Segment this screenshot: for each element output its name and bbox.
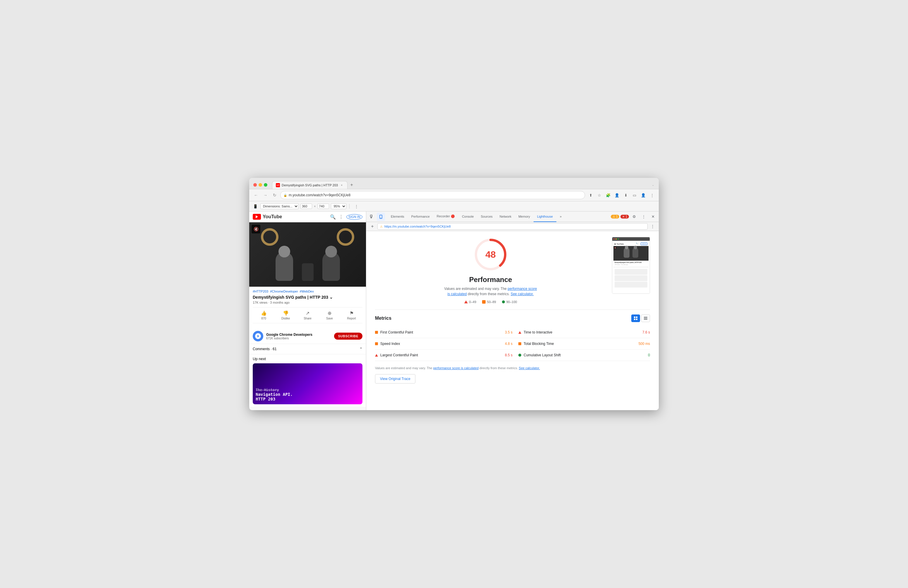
up-next-thumbnail[interactable]: The History Navigation API. HTTP 203 xyxy=(253,363,362,404)
metric-si: Speed Index 4.8 s xyxy=(375,338,512,350)
expand-icon[interactable]: ⌄ xyxy=(329,295,333,300)
svg-rect-0 xyxy=(370,215,372,217)
bottom-perf-link[interactable]: performance score is calculated xyxy=(433,366,478,370)
height-input[interactable] xyxy=(317,204,329,209)
address-bar[interactable]: 🔒 m.youtube.com/watch?v=9qen5CKjUe8 xyxy=(280,191,585,199)
up-next-label: Up next xyxy=(253,357,362,361)
errors-badge[interactable]: ✕ 1 xyxy=(620,215,629,219)
tag-http203[interactable]: #HTTP203 xyxy=(253,290,268,293)
warning-url-icon: ⚠ xyxy=(380,225,383,228)
video-actions: 👍 870 👎 Dislike ↗ Share ⊕ Save xyxy=(253,307,362,323)
window-chevron-icon[interactable]: ⌄ xyxy=(651,183,655,187)
si-value: 4.8 s xyxy=(505,342,512,346)
share-button[interactable]: ↗ Share xyxy=(296,309,319,321)
active-tab[interactable]: YT Demystifyingish SVG paths | HTTP 203 … xyxy=(272,181,348,189)
zoom-selector[interactable]: 95% xyxy=(331,203,346,209)
ss-dot-green xyxy=(618,238,619,240)
comments-expand-icon[interactable]: ⌃ xyxy=(359,347,362,351)
download-icon-button[interactable]: ⬇ xyxy=(622,191,629,199)
save-button[interactable]: ⊕ Save xyxy=(319,309,341,321)
inspect-element-button[interactable] xyxy=(368,213,376,221)
like-button[interactable]: 👍 870 xyxy=(253,309,275,321)
bookmark-icon-button[interactable]: ☆ xyxy=(596,191,603,199)
tti-value: 7.6 s xyxy=(642,330,650,334)
device-toolbar-button[interactable] xyxy=(377,213,385,221)
lcp-indicator xyxy=(375,354,378,357)
fcp-value: 3.5 s xyxy=(505,330,512,334)
tab-more[interactable]: » xyxy=(556,211,565,222)
account-icon[interactable]: SIGN IN xyxy=(346,214,362,220)
svg-rect-8 xyxy=(636,317,638,318)
dislike-button[interactable]: 👎 Dislike xyxy=(275,309,296,321)
channel-name[interactable]: Google Chrome Developers xyxy=(266,333,331,337)
refresh-button[interactable]: ↻ xyxy=(271,191,279,199)
metric-fcp: First Contentful Paint 3.5 s xyxy=(375,327,512,338)
more-icon[interactable]: ⋮ xyxy=(339,214,343,220)
extensions-icon-button[interactable]: 🧩 xyxy=(604,191,612,199)
video-container[interactable]: 🔇 xyxy=(249,222,366,287)
new-tab-button[interactable]: + xyxy=(348,181,356,189)
report-button[interactable]: ⚑ Report xyxy=(341,309,362,321)
more-icon-button[interactable]: ⋮ xyxy=(648,191,656,199)
more-options-button[interactable]: ⋮ xyxy=(353,203,360,210)
close-traffic-light[interactable] xyxy=(253,183,257,187)
tab-recorder[interactable]: Recorder 🔴 xyxy=(433,211,459,222)
tab-performance[interactable]: Performance xyxy=(408,211,433,222)
search-icon[interactable]: 🔍 xyxy=(330,214,336,220)
video-tags: #HTTP203 #ChromeDeveloper #WebDev xyxy=(253,290,362,293)
person-head-right xyxy=(325,246,337,258)
lcp-value: 8.5 s xyxy=(505,353,512,357)
tag-chromedeveloper[interactable]: #ChromeDeveloper xyxy=(270,290,298,293)
profile-icon-button[interactable]: 👤 xyxy=(613,191,621,199)
device-toggle-button[interactable]: 📱 xyxy=(252,203,259,209)
back-button[interactable]: ← xyxy=(252,191,260,199)
lighthouse-content: 48 Performance Values are estimated and … xyxy=(366,231,659,410)
devtools-more-button[interactable]: ⋮ xyxy=(639,213,648,221)
calculator-link[interactable]: See calculator. xyxy=(511,292,534,296)
tab-close-button[interactable]: × xyxy=(340,183,344,187)
youtube-logo-icon xyxy=(253,214,261,220)
like-icon: 👍 xyxy=(261,310,267,316)
width-input[interactable] xyxy=(300,204,312,209)
cls-indicator xyxy=(518,354,521,357)
tti-indicator xyxy=(518,331,521,334)
gauge-score: 48 xyxy=(485,249,496,260)
comments-row[interactable]: Comments · 61 ⌃ xyxy=(249,344,366,354)
user-icon-button[interactable]: 👤 xyxy=(639,191,647,199)
warnings-badge[interactable]: ⚠ 1 xyxy=(611,215,620,219)
grid-view-button[interactable] xyxy=(631,314,640,322)
up-next-subtitle-text: HTTP 203 xyxy=(256,397,293,401)
si-indicator xyxy=(375,342,378,345)
tag-webdev[interactable]: #WebDev xyxy=(300,290,314,293)
forward-button[interactable]: → xyxy=(261,191,269,199)
table-prop xyxy=(302,263,314,281)
lighthouse-more-button[interactable]: ⋮ xyxy=(649,223,656,230)
tab-sources[interactable]: Sources xyxy=(477,211,496,222)
devtools-secondary-bar: + ⚠ https://m.youtube.com/watch?v=9qen5C… xyxy=(366,222,659,231)
view-trace-button[interactable]: View Original Trace xyxy=(375,374,415,383)
fullscreen-traffic-light[interactable] xyxy=(264,183,267,187)
mute-icon[interactable]: 🔇 xyxy=(251,225,260,234)
performance-gauge: 48 xyxy=(473,237,508,272)
device-selector[interactable]: Dimensions: Sams... xyxy=(260,203,299,209)
add-panel-button[interactable]: + xyxy=(369,223,376,230)
bottom-calculator-link[interactable]: See calculator. xyxy=(519,366,540,370)
cast-icon-button[interactable]: ▭ xyxy=(631,191,638,199)
list-view-button[interactable] xyxy=(641,314,650,322)
ss-yt-signin: SIGN IN xyxy=(641,243,647,245)
share-icon-button[interactable]: ⬆ xyxy=(587,191,594,199)
devtools-close-button[interactable]: ✕ xyxy=(649,213,657,221)
ss-title: Demystifyingish SVG paths | HTTP 203 xyxy=(615,261,647,263)
tab-memory[interactable]: Memory xyxy=(515,211,534,222)
devtools-settings-button[interactable]: ⚙ xyxy=(630,213,638,221)
window-controls: ⌄ xyxy=(651,183,655,187)
minimize-traffic-light[interactable] xyxy=(259,183,262,187)
ss-yt-logo: ▶ YouTube xyxy=(615,243,624,245)
subscribe-button[interactable]: SUBSCRIBE xyxy=(334,333,362,340)
tab-elements[interactable]: Elements xyxy=(387,211,408,222)
channel-row: Google Chrome Developers 671K subscriber… xyxy=(249,329,366,344)
tab-lighthouse[interactable]: Lighthouse xyxy=(534,211,556,222)
ss-dot-yellow xyxy=(615,238,617,240)
tab-console[interactable]: Console xyxy=(459,211,477,222)
tab-network[interactable]: Network xyxy=(496,211,515,222)
